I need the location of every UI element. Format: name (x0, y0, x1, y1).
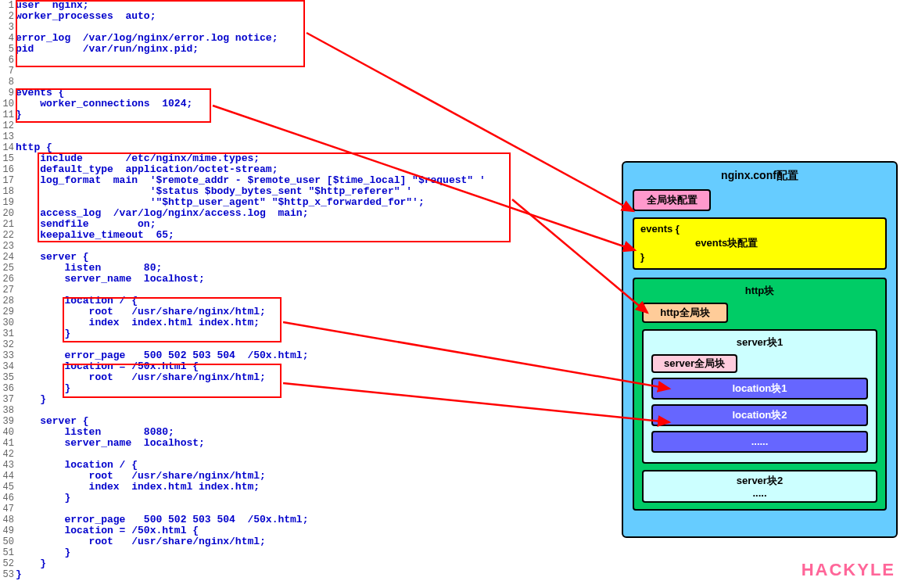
code-text: include /etc/nginx/mime.types; (16, 153, 260, 164)
block-events: events { events块配置 } (633, 217, 887, 270)
line-number: 36 (0, 383, 16, 394)
line-number: 38 (0, 405, 16, 416)
code-text: index index.html index.htm; (16, 482, 260, 493)
code-line: 31 } (0, 328, 626, 339)
line-number: 6 (0, 55, 16, 66)
code-text: '$status $body_bytes_sent "$http_referer… (16, 186, 412, 197)
block-server1: server块1 server全局块 location块1 location块2… (642, 329, 877, 464)
code-line: 5pid /var/run/nginx.pid; (0, 44, 626, 55)
line-number: 11 (0, 109, 16, 120)
line-number: 20 (0, 208, 16, 219)
code-line: 46 } (0, 493, 626, 504)
code-line: 44 root /usr/share/nginx/html; (0, 471, 626, 482)
code-line: 37 } (0, 394, 626, 405)
code-line: 45 index index.html index.htm; (0, 482, 626, 493)
code-line: 6 (0, 55, 626, 66)
line-number: 34 (0, 361, 16, 372)
code-text: access_log /var/log/nginx/access.log mai… (16, 208, 308, 219)
code-text: } (16, 394, 46, 405)
line-number: 51 (0, 547, 16, 558)
line-number: 49 (0, 525, 16, 536)
line-number: 42 (0, 449, 16, 460)
line-number: 52 (0, 558, 16, 569)
line-number: 47 (0, 504, 16, 514)
code-line: 8 (0, 77, 626, 88)
code-line: 29 root /usr/share/nginx/html; (0, 307, 626, 317)
code-line: 15 include /etc/nginx/mime.types; (0, 153, 626, 164)
code-text: error_page 500 502 503 504 /50x.html; (16, 350, 308, 361)
code-line: 25 listen 80; (0, 263, 626, 274)
code-line: 7 (0, 66, 626, 77)
line-number: 30 (0, 317, 16, 328)
line-number: 29 (0, 307, 16, 317)
code-text: location / { (16, 296, 138, 307)
line-number: 21 (0, 219, 16, 230)
code-text: listen 80; (16, 263, 162, 274)
block-http-global: http全局块 (642, 303, 728, 323)
line-number: 13 (0, 131, 16, 142)
code-line: 53} (0, 569, 626, 580)
code-text: root /usr/share/nginx/html; (16, 307, 266, 317)
code-text: worker_connections 1024; (16, 99, 192, 109)
server1-title: server块1 (648, 335, 871, 350)
code-line: 20 access_log /var/log/nginx/access.log … (0, 208, 626, 219)
code-line: 11} (0, 109, 626, 120)
block-http: http块 http全局块 server块1 server全局块 locatio… (633, 278, 887, 511)
code-line: 52 } (0, 558, 626, 569)
line-number: 16 (0, 164, 16, 175)
code-line: 19 '"$http_user_agent" "$http_x_forwarde… (0, 197, 626, 208)
line-number: 18 (0, 186, 16, 197)
block-server2: server块2 ..... (642, 470, 877, 503)
code-text: } (16, 547, 70, 558)
line-number: 25 (0, 263, 16, 274)
line-number: 2 (0, 11, 16, 22)
code-text: default_type application/octet-stream; (16, 164, 278, 175)
line-number: 3 (0, 22, 16, 33)
code-line: 28 location / { (0, 296, 626, 307)
line-number: 17 (0, 175, 16, 186)
code-line: 35 root /usr/share/nginx/html; (0, 372, 626, 383)
events-label: events块配置 (640, 236, 879, 250)
line-number: 22 (0, 230, 16, 241)
block-server-global: server全局块 (651, 354, 737, 373)
code-text: user nginx; (16, 0, 89, 11)
code-text: pid /var/run/nginx.pid; (16, 44, 199, 55)
code-text: '"$http_user_agent" "$http_x_forwarded_f… (16, 197, 425, 208)
server2-title: server块2 (647, 475, 873, 488)
code-line: 21 sendfile on; (0, 219, 626, 230)
block-location1: location块1 (651, 378, 868, 400)
line-number: 23 (0, 241, 16, 252)
line-number: 7 (0, 66, 16, 77)
watermark: HACKYLE (802, 560, 895, 580)
code-text: root /usr/share/nginx/html; (16, 536, 266, 547)
events-close: } (640, 250, 879, 264)
code-line: 14http { (0, 142, 626, 153)
code-text: root /usr/share/nginx/html; (16, 471, 266, 482)
code-text: events { (16, 88, 64, 99)
code-line: 32 (0, 339, 626, 350)
line-number: 4 (0, 33, 16, 44)
code-line: 34 location = /50x.html { (0, 361, 626, 372)
http-title: http块 (639, 284, 881, 298)
structure-diagram: nginx.conf配置 全局块配置 events { events块配置 } … (622, 161, 898, 538)
line-number: 48 (0, 514, 16, 525)
line-number: 33 (0, 350, 16, 361)
block-location2: location块2 (651, 404, 868, 426)
line-number: 19 (0, 197, 16, 208)
line-number: 24 (0, 252, 16, 263)
line-number: 26 (0, 274, 16, 285)
code-text: root /usr/share/nginx/html; (16, 372, 266, 383)
line-number: 10 (0, 99, 16, 109)
code-line: 24 server { (0, 252, 626, 263)
code-line: 18 '$status $body_bytes_sent "$http_refe… (0, 186, 626, 197)
server2-more: ..... (647, 487, 873, 500)
code-text: } (16, 109, 22, 120)
code-line: 51 } (0, 547, 626, 558)
code-text: } (16, 558, 46, 569)
code-line: 48 error_page 500 502 503 504 /50x.html; (0, 514, 626, 525)
code-line: 12 (0, 120, 626, 131)
code-line: 4error_log /var/log/nginx/error.log noti… (0, 33, 626, 44)
code-line: 17 log_format main '$remote_addr - $remo… (0, 175, 626, 186)
code-line: 42 (0, 449, 626, 460)
code-line: 40 listen 8080; (0, 427, 626, 438)
